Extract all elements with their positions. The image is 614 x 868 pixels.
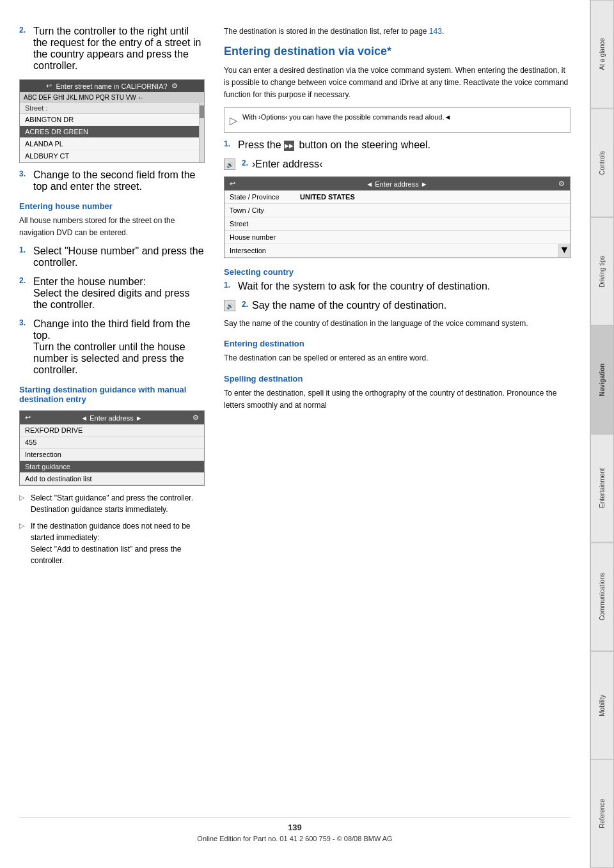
street-item-1[interactable]: ABINGTON DR	[20, 114, 199, 126]
page-number: 139	[19, 823, 571, 832]
sidebar-tab-driving-tips[interactable]: Driving tips	[590, 217, 614, 326]
sidebar-tab-mobility[interactable]: Mobility	[590, 651, 614, 760]
step-3-num: 3.	[19, 169, 29, 192]
dest-stored-link[interactable]: 143	[429, 27, 442, 36]
state-value: UNITED STATES	[300, 193, 355, 201]
step-2-num: 2.	[19, 26, 29, 72]
bullet-1-text: Select "Start guidance" and press the co…	[31, 492, 193, 515]
street-entry-ui: ↩ Enter street name in CALIFORNIA? ⚙ ABC…	[19, 79, 205, 163]
guidance-add-btn[interactable]: Add to destination list	[20, 473, 204, 485]
house-step-1: 1. Select "House number" and press the c…	[19, 245, 205, 268]
spelling-dest-heading: Spelling destination	[224, 374, 571, 384]
sidebar-tab-reference[interactable]: Reference	[590, 759, 614, 868]
house-num-row[interactable]: House number	[224, 231, 570, 244]
state-row[interactable]: State / Province UNITED STATES	[224, 190, 570, 204]
house-intro-text: All house numbers stored for the street …	[19, 215, 205, 239]
street-item-2[interactable]: ACRES DR GREEN	[20, 126, 199, 138]
voice-back-icon: ↩	[230, 180, 235, 188]
select-country-step-1: 1. Wait for the system to ask for the co…	[224, 281, 571, 292]
town-row[interactable]: Town / City	[224, 204, 570, 217]
scrollbar-thumb	[200, 105, 204, 118]
dest-stored-period: .	[442, 27, 444, 36]
guidance-ui-header: ↩ ◄ Enter address ► ⚙	[20, 411, 204, 424]
house-step-2: 2. Enter the house number:Select the des…	[19, 276, 205, 311]
guidance-row-3[interactable]: Intersection	[20, 449, 204, 461]
dest-stored-text: The destination is stored in the destina…	[224, 26, 571, 38]
voice-step-1-text: Press the ▶▶ button on the steering whee…	[238, 139, 430, 151]
footer-copyright: Online Edition for Part no. 01 41 2 600 …	[19, 835, 571, 842]
intersection-row-wrapper: Intersection ▼	[224, 244, 570, 258]
guidance-settings-icon: ⚙	[193, 414, 199, 422]
ui-box-header: ↩ Enter street name in CALIFORNIA? ⚙	[20, 80, 204, 92]
voice-step-2-icon: 🔊	[224, 159, 235, 170]
scrollbar[interactable]	[199, 103, 204, 162]
note-text: With ›Options‹ you can have the possible…	[242, 112, 451, 123]
selecting-country-heading: Selecting country	[224, 267, 571, 277]
state-label: State / Province	[230, 193, 300, 201]
voice-step-2-text: ›Enter address‹	[252, 159, 322, 170]
guidance-row-1[interactable]: REXFORD DRIVE	[20, 424, 204, 437]
bullet-2-text: If the destination guidance does not nee…	[31, 520, 205, 566]
left-column: 2. Turn the controller to the right unti…	[19, 26, 205, 798]
sidebar-tab-navigation[interactable]: Navigation	[590, 325, 614, 434]
sidebar-tab-controls[interactable]: Controls	[590, 109, 614, 217]
sidebar-tab-communications[interactable]: Communications	[590, 543, 614, 651]
house-step-2-text: Enter the house number:Select the desire…	[33, 276, 205, 311]
voice-ui-box: ↩ ◄ Enter address ► ⚙ State / Province U…	[224, 176, 571, 258]
select-country-step-2: 🔊 2. Say the name of the country of dest…	[224, 300, 571, 311]
steering-btn-icon: ▶▶	[284, 141, 294, 151]
entering-dest-text: The destination can be spelled or entere…	[224, 352, 571, 364]
bullet-1-block: ▷ Select "Start guidance" and press the …	[19, 492, 205, 515]
house-number-heading: Entering house number	[19, 201, 205, 211]
sidebar-tab-entertainment[interactable]: Entertainment	[590, 434, 614, 543]
house-step-3-text: Change into the third field from the top…	[33, 318, 205, 376]
voice-step-1: 1. Press the ▶▶ button on the steering w…	[224, 139, 571, 151]
guidance-back-icon: ↩	[25, 414, 31, 422]
select-country-step-2-text: Say the name of the country of destinati…	[252, 300, 446, 311]
house-step-1-num: 1.	[19, 245, 29, 268]
voice-icon-step2: 🔊	[224, 300, 235, 311]
street-header-text: Enter street name in CALIFORNIA?	[56, 82, 167, 90]
note-box: ▷ With ›Options‹ you can have the possib…	[224, 107, 571, 133]
spelling-dest-text: To enter the destination, spell it using…	[224, 387, 571, 412]
select-country-step-2-num: 2.	[242, 300, 248, 311]
sidebar-tab-at-a-glance[interactable]: At a glance	[590, 0, 614, 109]
keyboard-text: ABC DEF GHI JKL MNO PQR STU VW ←	[24, 94, 145, 101]
guidance-start-btn[interactable]: Start guidance	[20, 461, 204, 473]
bullet-2-block: ▷ If the destination guidance does not n…	[19, 520, 205, 566]
voice-ui-header: ↩ ◄ Enter address ► ⚙	[224, 177, 570, 190]
street-list: Street : ABINGTON DR ACRES DR GREEN ALAN…	[20, 103, 199, 162]
guidance-ui-box: ↩ ◄ Enter address ► ⚙ REXFORD DRIVE 455 …	[19, 410, 205, 486]
settings-icon: ⚙	[171, 82, 178, 90]
select-country-step-1-num: 1.	[224, 281, 234, 292]
house-step-3: 3. Change into the third field from the …	[19, 318, 205, 376]
step-3-text: Change to the second field from the top …	[33, 169, 205, 192]
voice-step-2-num: 2.	[242, 159, 248, 170]
voice-heading: Entering destination via voice*	[224, 44, 571, 59]
voice-step-1-num: 1.	[224, 139, 234, 151]
select-country-step-1-text: Wait for the system to ask for the count…	[238, 281, 490, 292]
guidance-row-2[interactable]: 455	[20, 437, 204, 449]
step-3-block: 3. Change to the second field from the t…	[19, 169, 205, 192]
select-country-step-2-content: 2. Say the name of the country of destin…	[242, 300, 446, 311]
street-item-4[interactable]: ALDBURY CT	[20, 150, 199, 162]
house-step-3-num: 3.	[19, 318, 29, 376]
bullet-1-icon: ▷	[19, 492, 24, 515]
street-label: Street :	[20, 103, 199, 114]
starting-dest-heading: Starting destination guidance with manua…	[19, 385, 205, 404]
footer: 139 Online Edition for Part no. 01 41 2 …	[19, 817, 571, 842]
back-arrow-icon: ↩	[46, 82, 52, 90]
intersection-row[interactable]: Intersection	[224, 244, 558, 258]
street-item-3[interactable]: ALANDA PL	[20, 138, 199, 150]
voice-step-2-content: 2. ›Enter address‹	[242, 159, 322, 170]
note-triangle-icon: ▷	[230, 113, 237, 128]
right-column: The destination is stored in the destina…	[224, 26, 571, 798]
street-row[interactable]: Street	[224, 217, 570, 231]
keyboard-row: ABC DEF GHI JKL MNO PQR STU VW ←	[20, 92, 204, 103]
step-2-block: 2. Turn the controller to the right unti…	[19, 26, 205, 72]
voice-step-2: 🔊 2. ›Enter address‹	[224, 159, 571, 170]
house-step-1-text: Select "House number" and press the cont…	[33, 245, 205, 268]
bullet-2-icon: ▷	[19, 520, 24, 566]
entering-dest-heading: Entering destination	[224, 339, 571, 348]
scroll-down-icon: ▼	[558, 244, 570, 258]
